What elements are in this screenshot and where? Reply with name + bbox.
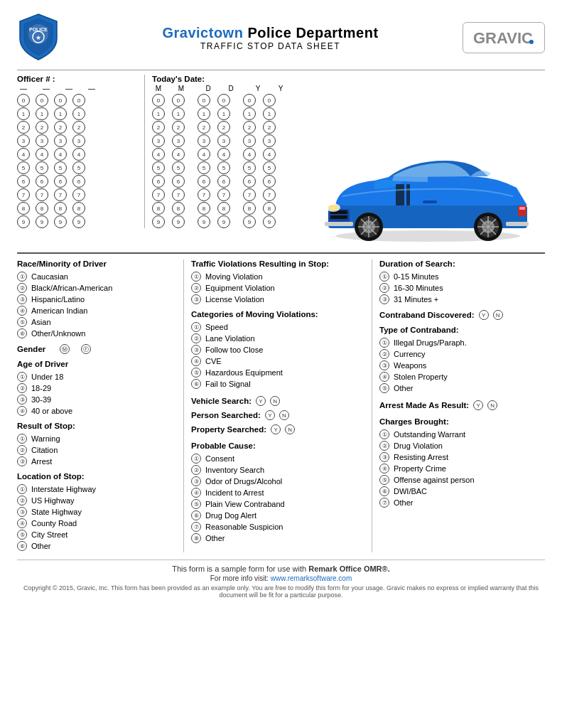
cause-option-3[interactable]: ③ Odor of Drugs/Alcohol: [191, 476, 364, 486]
vehicle-search-n[interactable]: N: [270, 396, 280, 406]
moving-option-3[interactable]: ③ Follow too Close: [191, 345, 364, 355]
property-search-y[interactable]: Y: [271, 424, 281, 434]
year-d2: 0 1 2 3 4 5 6 7 8 9: [263, 94, 280, 228]
moving-circle-6: ⑥: [191, 379, 201, 389]
gender-section: Gender Ⓜ Ⓕ: [17, 344, 178, 354]
age-option-1[interactable]: ① Under 18: [17, 372, 178, 382]
location-option-2[interactable]: ② US Highway: [17, 496, 178, 505]
result-option-3[interactable]: ③ Arrest: [17, 456, 178, 466]
cause-circle-5: ⑤: [191, 499, 201, 509]
location-label-2: US Highway: [31, 496, 75, 505]
race-label-4: American Indian: [31, 306, 88, 315]
charges-option-3[interactable]: ③ Resisting Arrest: [379, 452, 545, 462]
property-search-n[interactable]: N: [285, 424, 295, 434]
duration-option-1[interactable]: ① 0-15 Minutes: [379, 272, 545, 282]
contraband-option-3[interactable]: ③ Weapons: [379, 360, 545, 370]
person-search-label: Person Searched:: [191, 411, 261, 419]
contraband-option-2[interactable]: ② Currency: [379, 349, 545, 359]
property-search-row: Property Searched: Y N: [191, 424, 364, 434]
location-circle-6: ⑥: [17, 541, 27, 551]
result-option-2[interactable]: ② Citation: [17, 445, 178, 455]
charges-option-1[interactable]: ① Outstanding Warrant: [379, 429, 545, 439]
charges-option-7[interactable]: ⑦ Other: [379, 498, 545, 508]
location-option-4[interactable]: ④ County Road: [17, 518, 178, 528]
bubble-2[interactable]: 2: [17, 121, 30, 134]
location-option-6[interactable]: ⑥ Other: [17, 541, 178, 551]
duration-option-2[interactable]: ② 16-30 Minutes: [379, 283, 545, 293]
race-option-4[interactable]: ④ American Indian: [17, 306, 178, 316]
moving-option-5[interactable]: ⑤ Hazardous Equipment: [191, 368, 364, 378]
cause-option-6[interactable]: ⑥ Drug Dog Alert: [191, 510, 364, 520]
contraband-circle-4: ④: [379, 372, 389, 382]
location-label-6: Other: [31, 542, 51, 550]
race-option-3[interactable]: ③ Hispanic/Latino: [17, 294, 178, 304]
location-option-1[interactable]: ① Interstate Highway: [17, 484, 178, 494]
bubble-4[interactable]: 4: [17, 148, 30, 161]
cause-option-5[interactable]: ⑤ Plain View Contraband: [191, 499, 364, 509]
moving-option-1[interactable]: ① Speed: [191, 322, 364, 332]
bubble-9[interactable]: 9: [17, 215, 30, 228]
age-title: Age of Driver: [17, 360, 178, 368]
contraband-option-1[interactable]: ① Illegal Drugs/Paraph.: [379, 338, 545, 348]
race-option-2[interactable]: ② Black/African-American: [17, 283, 178, 293]
age-option-2[interactable]: ② 18-29: [17, 383, 178, 393]
charges-option-5[interactable]: ⑤ Offense against person: [379, 475, 545, 485]
moving-option-4[interactable]: ④ CVE: [191, 356, 364, 366]
bubble-7[interactable]: 7: [17, 188, 30, 201]
arrest-n[interactable]: N: [487, 400, 497, 410]
race-option-1[interactable]: ① Caucasian: [17, 272, 178, 282]
bubble-0[interactable]: 0: [17, 94, 30, 107]
location-option-5[interactable]: ⑤ City Street: [17, 530, 178, 540]
violation-option-3[interactable]: ③ License Violation: [191, 294, 364, 304]
moving-label-6: Fail to Signal: [205, 380, 251, 388]
cause-option-7[interactable]: ⑦ Reasonable Suspicion: [191, 522, 364, 532]
bubble-6[interactable]: 6: [17, 175, 30, 188]
contraband-label-4: Stolen Property: [394, 373, 448, 381]
duration-circle-2: ②: [379, 283, 389, 293]
contraband-n[interactable]: N: [493, 310, 503, 320]
charges-option-6[interactable]: ⑥ DWI/BAC: [379, 486, 545, 496]
age-circle-3: ③: [17, 395, 27, 405]
age-label-2: 18-29: [31, 384, 51, 392]
contraband-y[interactable]: Y: [479, 310, 489, 320]
duration-option-3[interactable]: ③ 31 Minutes +: [379, 294, 545, 304]
contraband-option-4[interactable]: ④ Stolen Property: [379, 372, 545, 382]
contraband-option-5[interactable]: ⑤ Other: [379, 383, 545, 393]
moving-option-2[interactable]: ② Lane Violation: [191, 333, 364, 343]
race-option-6[interactable]: ⑥ Other/Unknown: [17, 328, 178, 338]
gender-option-m[interactable]: Ⓜ: [60, 344, 70, 354]
person-search-n[interactable]: N: [279, 410, 289, 420]
violation-option-1[interactable]: ① Moving Violation: [191, 272, 364, 282]
contraband-circle-5: ⑤: [379, 383, 389, 393]
moving-label-3: Follow too Close: [205, 346, 263, 354]
moving-circle-2: ②: [191, 333, 201, 343]
age-option-4[interactable]: ④ 40 or above: [17, 406, 178, 416]
location-circle-1: ①: [17, 484, 27, 494]
footer-link[interactable]: www.remarksoftware.com: [271, 574, 352, 582]
vehicle-search-y[interactable]: Y: [256, 396, 266, 406]
race-option-5[interactable]: ⑤ Asian: [17, 317, 178, 327]
person-search-y[interactable]: Y: [265, 410, 275, 420]
day-d1: 0 1 2 3 4 5 6 7 8 9: [198, 94, 215, 228]
cause-option-4[interactable]: ④ Incident to Arrest: [191, 488, 364, 498]
location-option-3[interactable]: ③ State Highway: [17, 507, 178, 517]
officer-digit-3: 0 1 2 3 4 5 6 7 8 9: [54, 94, 71, 228]
bubble-5[interactable]: 5: [17, 161, 30, 174]
charges-circle-5: ⑤: [379, 475, 389, 485]
violation-circle-3: ③: [191, 294, 201, 304]
charges-option-2[interactable]: ② Drug Violation: [379, 441, 545, 451]
contraband-label-2: Currency: [394, 350, 426, 358]
bubble-8[interactable]: 8: [17, 202, 30, 215]
bubble-3[interactable]: 3: [17, 134, 30, 147]
violation-option-2[interactable]: ② Equipment Violation: [191, 283, 364, 293]
bubble-1[interactable]: 1: [17, 107, 30, 120]
moving-option-6[interactable]: ⑥ Fail to Signal: [191, 379, 364, 389]
cause-option-1[interactable]: ① Consent: [191, 454, 364, 464]
arrest-y[interactable]: Y: [473, 400, 483, 410]
cause-option-8[interactable]: ⑧ Other: [191, 533, 364, 543]
age-option-3[interactable]: ③ 30-39: [17, 395, 178, 405]
result-option-1[interactable]: ① Warning: [17, 434, 178, 444]
cause-option-2[interactable]: ② Inventory Search: [191, 465, 364, 475]
gender-option-f[interactable]: Ⓕ: [81, 344, 91, 354]
charges-option-4[interactable]: ④ Property Crime: [379, 464, 545, 473]
